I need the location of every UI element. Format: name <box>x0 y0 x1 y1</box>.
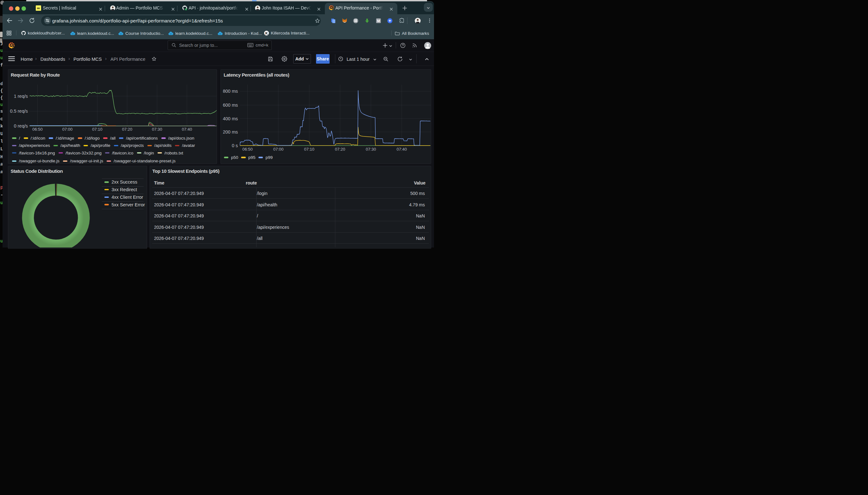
svg-text:400 ms: 400 ms <box>223 116 238 121</box>
svg-text:07:10: 07:10 <box>304 147 315 152</box>
svg-text:200 ms: 200 ms <box>223 130 238 135</box>
svg-text:600 ms: 600 ms <box>223 103 238 108</box>
svg-text:07:40: 07:40 <box>396 147 407 152</box>
svg-text:M: M <box>377 19 379 22</box>
svg-text:07:30: 07:30 <box>366 147 376 152</box>
svg-text:07:20: 07:20 <box>335 147 345 152</box>
svg-text:K: K <box>265 31 268 35</box>
svg-text:06:50: 06:50 <box>242 147 253 152</box>
svg-text:07:00: 07:00 <box>273 147 283 152</box>
svg-text:800 ms: 800 ms <box>223 89 238 94</box>
svg-text:0 s: 0 s <box>232 143 237 148</box>
